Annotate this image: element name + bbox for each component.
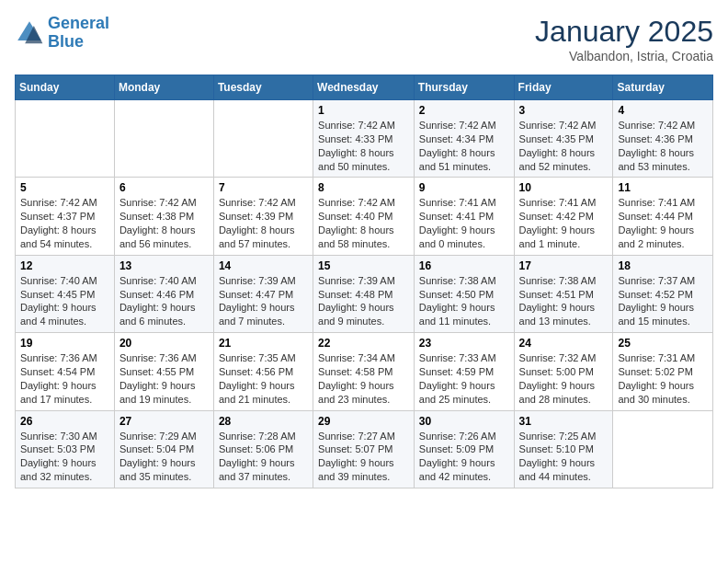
cell-content: Sunrise: 7:28 AMSunset: 5:06 PMDaylight:… [219,430,308,484]
day-header-sunday: Sunday [16,75,115,100]
calendar-cell: 27Sunrise: 7:29 AMSunset: 5:04 PMDayligh… [114,410,213,488]
calendar-table: SundayMondayTuesdayWednesdayThursdayFrid… [15,75,713,488]
cell-content: Sunrise: 7:25 AMSunset: 5:10 PMDaylight:… [519,430,609,484]
cell-content: Sunrise: 7:27 AMSunset: 5:07 PMDaylight:… [318,430,409,484]
cell-content: Sunrise: 7:41 AMSunset: 4:44 PMDaylight:… [618,196,708,250]
day-number: 19 [20,337,109,350]
cell-content: Sunrise: 7:42 AMSunset: 4:33 PMDaylight:… [318,119,409,173]
calendar-cell: 12Sunrise: 7:40 AMSunset: 4:45 PMDayligh… [16,255,115,332]
calendar-cell: 25Sunrise: 7:31 AMSunset: 5:02 PMDayligh… [613,333,713,410]
calendar-cell: 31Sunrise: 7:25 AMSunset: 5:10 PMDayligh… [514,410,613,488]
cell-content: Sunrise: 7:42 AMSunset: 4:35 PMDaylight:… [519,119,609,173]
day-number: 23 [419,337,509,350]
calendar-cell: 22Sunrise: 7:34 AMSunset: 4:58 PMDayligh… [313,333,415,410]
day-number: 12 [20,259,109,272]
day-number: 27 [119,415,209,428]
week-row-1: 1Sunrise: 7:42 AMSunset: 4:33 PMDaylight… [16,100,713,178]
day-number: 1 [318,104,409,117]
cell-content: Sunrise: 7:42 AMSunset: 4:37 PMDaylight:… [20,196,109,250]
calendar-cell: 1Sunrise: 7:42 AMSunset: 4:33 PMDaylight… [313,100,415,178]
logo-text: General Blue [48,15,109,52]
day-header-tuesday: Tuesday [213,75,313,100]
day-number: 6 [119,181,209,194]
calendar-cell: 28Sunrise: 7:28 AMSunset: 5:06 PMDayligh… [213,410,313,488]
calendar-cell: 10Sunrise: 7:41 AMSunset: 4:42 PMDayligh… [514,178,613,255]
day-number: 7 [219,181,308,194]
cell-content: Sunrise: 7:38 AMSunset: 4:50 PMDaylight:… [419,274,509,328]
day-number: 28 [219,415,308,428]
day-number: 20 [119,337,209,350]
day-number: 15 [318,259,409,272]
cell-content: Sunrise: 7:32 AMSunset: 5:00 PMDaylight:… [519,351,609,406]
calendar-cell: 24Sunrise: 7:32 AMSunset: 5:00 PMDayligh… [514,333,613,410]
day-header-saturday: Saturday [613,75,713,100]
cell-content: Sunrise: 7:36 AMSunset: 4:54 PMDaylight:… [20,351,109,406]
calendar-cell: 21Sunrise: 7:35 AMSunset: 4:56 PMDayligh… [213,333,313,410]
calendar-cell: 26Sunrise: 7:30 AMSunset: 5:03 PMDayligh… [16,410,115,488]
cell-content: Sunrise: 7:30 AMSunset: 5:03 PMDaylight:… [20,430,109,484]
title-block: January 2025 Valbandon, Istria, Croatia [535,15,713,63]
calendar-cell: 19Sunrise: 7:36 AMSunset: 4:54 PMDayligh… [16,333,115,410]
calendar-cell: 13Sunrise: 7:40 AMSunset: 4:46 PMDayligh… [114,255,213,332]
header-row: SundayMondayTuesdayWednesdayThursdayFrid… [16,75,713,100]
cell-content: Sunrise: 7:35 AMSunset: 4:56 PMDaylight:… [219,351,308,406]
day-header-wednesday: Wednesday [313,75,415,100]
calendar-cell [213,100,313,178]
day-header-monday: Monday [114,75,213,100]
calendar-cell: 16Sunrise: 7:38 AMSunset: 4:50 PMDayligh… [414,255,514,332]
cell-content: Sunrise: 7:42 AMSunset: 4:39 PMDaylight:… [219,196,308,250]
day-number: 5 [20,181,109,194]
cell-content: Sunrise: 7:41 AMSunset: 4:42 PMDaylight:… [519,196,609,250]
calendar-cell: 17Sunrise: 7:38 AMSunset: 4:51 PMDayligh… [514,255,613,332]
cell-content: Sunrise: 7:42 AMSunset: 4:38 PMDaylight:… [119,196,209,250]
calendar-cell: 23Sunrise: 7:33 AMSunset: 4:59 PMDayligh… [414,333,514,410]
week-row-3: 12Sunrise: 7:40 AMSunset: 4:45 PMDayligh… [16,255,713,332]
calendar-cell: 20Sunrise: 7:36 AMSunset: 4:55 PMDayligh… [114,333,213,410]
calendar-cell: 5Sunrise: 7:42 AMSunset: 4:37 PMDaylight… [16,178,115,255]
week-row-2: 5Sunrise: 7:42 AMSunset: 4:37 PMDaylight… [16,178,713,255]
cell-content: Sunrise: 7:41 AMSunset: 4:41 PMDaylight:… [419,196,509,250]
day-number: 22 [318,337,409,350]
cell-content: Sunrise: 7:40 AMSunset: 4:45 PMDaylight:… [20,274,109,328]
day-number: 25 [618,337,708,350]
cell-content: Sunrise: 7:34 AMSunset: 4:58 PMDaylight:… [318,351,409,406]
calendar-cell: 6Sunrise: 7:42 AMSunset: 4:38 PMDaylight… [114,178,213,255]
cell-content: Sunrise: 7:29 AMSunset: 5:04 PMDaylight:… [119,430,209,484]
day-number: 2 [419,104,509,117]
cell-content: Sunrise: 7:42 AMSunset: 4:40 PMDaylight:… [318,196,409,250]
calendar-cell: 29Sunrise: 7:27 AMSunset: 5:07 PMDayligh… [313,410,415,488]
day-number: 11 [618,181,708,194]
calendar-cell: 7Sunrise: 7:42 AMSunset: 4:39 PMDaylight… [213,178,313,255]
cell-content: Sunrise: 7:26 AMSunset: 5:09 PMDaylight:… [419,430,509,484]
calendar-cell: 3Sunrise: 7:42 AMSunset: 4:35 PMDaylight… [514,100,613,178]
cell-content: Sunrise: 7:39 AMSunset: 4:48 PMDaylight:… [318,274,409,328]
logo: General Blue [15,15,109,52]
cell-content: Sunrise: 7:31 AMSunset: 5:02 PMDaylight:… [618,351,708,406]
day-number: 21 [219,337,308,350]
cell-content: Sunrise: 7:37 AMSunset: 4:52 PMDaylight:… [618,274,708,328]
calendar-cell: 11Sunrise: 7:41 AMSunset: 4:44 PMDayligh… [613,178,713,255]
calendar-cell: 9Sunrise: 7:41 AMSunset: 4:41 PMDaylight… [414,178,514,255]
cell-content: Sunrise: 7:38 AMSunset: 4:51 PMDaylight:… [519,274,609,328]
day-number: 13 [119,259,209,272]
day-number: 31 [519,415,609,428]
calendar-cell: 15Sunrise: 7:39 AMSunset: 4:48 PMDayligh… [313,255,415,332]
calendar-cell: 2Sunrise: 7:42 AMSunset: 4:34 PMDaylight… [414,100,514,178]
calendar-cell [613,410,713,488]
calendar-cell: 18Sunrise: 7:37 AMSunset: 4:52 PMDayligh… [613,255,713,332]
calendar-cell: 4Sunrise: 7:42 AMSunset: 4:36 PMDaylight… [613,100,713,178]
day-number: 30 [419,415,509,428]
day-number: 14 [219,259,308,272]
cell-content: Sunrise: 7:39 AMSunset: 4:47 PMDaylight:… [219,274,308,328]
day-header-friday: Friday [514,75,613,100]
location: Valbandon, Istria, Croatia [535,49,713,63]
day-number: 17 [519,259,609,272]
calendar-cell: 30Sunrise: 7:26 AMSunset: 5:09 PMDayligh… [414,410,514,488]
day-number: 18 [618,259,708,272]
week-row-5: 26Sunrise: 7:30 AMSunset: 5:03 PMDayligh… [16,410,713,488]
month-title: January 2025 [535,15,713,49]
calendar-cell: 8Sunrise: 7:42 AMSunset: 4:40 PMDaylight… [313,178,415,255]
day-number: 4 [618,104,708,117]
day-number: 24 [519,337,609,350]
week-row-4: 19Sunrise: 7:36 AMSunset: 4:54 PMDayligh… [16,333,713,410]
